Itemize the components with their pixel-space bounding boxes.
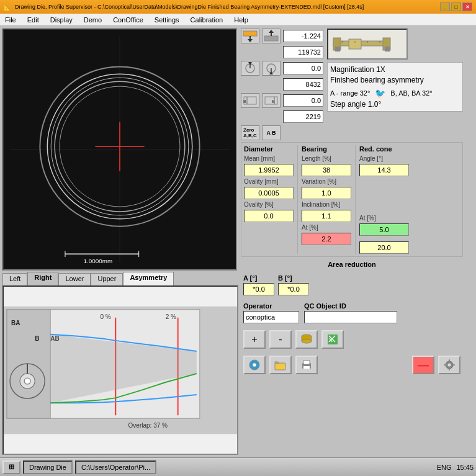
gauge-row-1: -1.224 [241,29,323,43]
window-controls: _ □ ✕ [440,2,472,11]
mean-mm-value: 1.9952 [244,164,294,176]
menu-display[interactable]: Display [48,15,75,25]
app-icon: 📐 [4,4,11,11]
left-panel: 1.0000mm Left Right Lower Upper Asymmetr… [2,29,238,455]
gauge-value-r4: 2219 [283,110,323,123]
bearing-variation-value: 1.0 [302,187,351,199]
svg-rect-51 [349,39,361,49]
title-text: Drawing Die, Profile Supervisor - C:\Con… [15,4,364,10]
gauge-icon-2b[interactable] [262,61,281,76]
qc-col: QC Object ID [304,302,397,323]
database-button[interactable] [295,330,318,349]
zero-button[interactable]: ZeroA,B,C [241,125,259,140]
tabs-area: Left Right Lower Upper Asymmetry BA B [2,272,238,455]
operator-col: Operator conoptica [243,302,299,323]
ovality-pct-label: Ovality [%] [244,201,294,208]
ovality-pct-value: 0.0 [244,210,294,222]
menu-file[interactable]: File [2,15,19,25]
tab-right[interactable]: Right [27,272,58,285]
svg-point-60 [302,339,312,343]
svg-point-22 [24,378,30,384]
measurements-grid: Diameter Mean [mm] 1.9952 Ovality [mm] 0… [241,142,463,257]
svg-text:B: B [272,99,275,104]
b-angle-value: *0.0 [278,283,309,295]
svg-text:B: B [35,335,39,342]
menu-edit[interactable]: Edit [25,15,42,25]
print-button[interactable] [295,356,318,374]
diameter-column: Diameter Mean [mm] 1.9952 Ovality [mm] 0… [244,145,294,254]
taskbar-drawing-die[interactable]: Drawing Die [23,460,73,474]
info-panel: Magnification 1X Finished bearing asymme… [327,62,463,112]
disc-button[interactable] [243,356,266,374]
tab-buttons: Left Right Lower Upper Asymmetry [2,272,238,285]
bearing-column: Bearing Length [%] 38 Variation [%] 1.0 … [302,145,351,254]
a-angle-label: A [°] [243,274,274,282]
red-line-button[interactable]: — [412,356,434,374]
excel-button[interactable]: X [321,330,344,349]
cone-angle-label: Angle [°] [359,155,409,162]
divider-2 [355,145,356,254]
start-icon: ⊞ [9,463,14,471]
gauge-row-2: 0.0 [241,61,323,76]
instruments-row: -1.224 119732 [241,29,463,140]
gauge-value-r3: 0.0 [283,94,323,107]
gauge-controls: -1.224 119732 [241,29,323,140]
menu-help[interactable]: Help [231,15,251,25]
menu-demo[interactable]: Demo [81,15,104,25]
settings-button[interactable] [438,356,460,374]
taskbar-file-path[interactable]: C:\Users\Operator\Pi... [75,460,156,474]
force-down-icon[interactable] [241,29,259,43]
toolbar-row-1: + - X [241,328,463,351]
operator-row: Operator conoptica QC Object ID [241,300,463,326]
language-indicator: ENG [437,464,452,471]
svg-marker-35 [269,30,274,33]
force-down2-icon[interactable] [262,29,281,43]
svg-rect-76 [449,368,450,370]
close-button[interactable]: ✕ [462,2,472,11]
b-angle-label: B [°] [278,274,309,282]
gauge-row-3: B B 0.0 [241,93,323,108]
svg-text:B: B [243,99,246,104]
add-button[interactable]: + [243,330,266,349]
clock: 15:45 [456,464,474,471]
folder-button[interactable] [269,356,292,374]
svg-rect-77 [444,364,446,366]
operator-input[interactable]: conoptica [243,311,299,323]
caliper-display [327,29,408,60]
svg-text:2 %: 2 % [166,313,176,320]
red-cone-label: Red. cone [359,145,409,153]
maximize-button[interactable]: □ [451,2,461,11]
mean-mm-label: Mean [mm] [244,155,294,162]
remove-button[interactable]: - [269,330,292,349]
tab-lower[interactable]: Lower [58,273,91,285]
gauge-icon-3a[interactable]: B [241,93,259,108]
svg-rect-30 [243,31,257,36]
svg-rect-33 [264,36,278,41]
tab-content-area: BA B AB 0 % 2 % [2,285,238,455]
a-angle-col: A [°] *0.0 [243,274,274,295]
tab-upper[interactable]: Upper [91,273,123,285]
drawing-canvas: 1.0000mm [2,29,237,271]
ab-button[interactable]: A B [262,125,281,140]
tab-asymmetry[interactable]: Asymmetry [123,272,174,285]
menu-settings[interactable]: Settings [152,15,182,25]
qc-input[interactable] [304,311,397,323]
qc-label: QC Object ID [304,302,397,310]
b-angle-col: B [°] *0.0 [278,274,309,295]
gauge-icon-2a[interactable] [241,61,259,76]
bearing-label: Bearing [302,145,351,153]
start-button[interactable]: ⊞ [2,460,20,474]
step-angle-text: Step angle 1.0° [330,100,460,109]
bearing-inclination-value: 1.1 [302,210,351,222]
svg-text:Overlap: 37 %: Overlap: 37 % [128,422,168,429]
menu-conoffice[interactable]: ConOffice [110,15,146,25]
title-bar: 📐 Drawing Die, Profile Supervisor - C:\C… [0,0,476,14]
bearing-length-value: 38 [302,164,351,176]
bearing-at-value: 2.2 [302,233,351,245]
gauge-icon-3b[interactable]: B [262,93,281,108]
minimize-button[interactable]: _ [440,2,450,11]
bird-icon: 🐦 [375,88,385,98]
tab-left[interactable]: Left [2,273,27,285]
menu-calibration[interactable]: Calibration [188,15,226,25]
svg-rect-72 [303,366,310,369]
